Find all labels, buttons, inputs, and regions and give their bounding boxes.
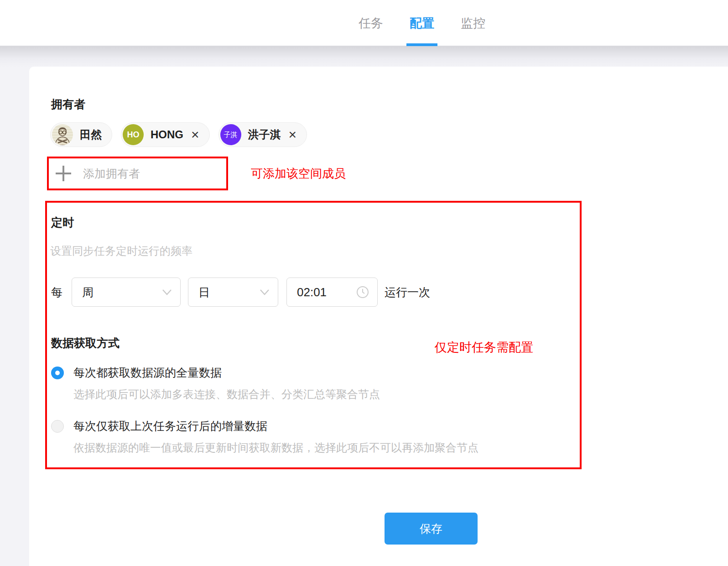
- owner-chips: 田然 HO HONG × 子淇 洪子淇 ×: [50, 122, 307, 147]
- tab-tasks[interactable]: 任务: [359, 0, 383, 46]
- frequency-select-value: 周: [82, 285, 94, 300]
- tab-config-label: 配置: [410, 15, 434, 31]
- owner-chip-hong[interactable]: HO HONG ×: [121, 122, 210, 147]
- tabs: 任务 配置 监控: [359, 0, 485, 46]
- radio-unselected-icon[interactable]: [51, 420, 64, 433]
- data-mode-section-title: 数据获取方式: [51, 335, 120, 351]
- app-window: 任务 配置 监控 拥有者: [0, 0, 728, 566]
- avatar-initials: HO: [123, 124, 144, 145]
- owner-chip-hongziqi[interactable]: 子淇 洪子淇 ×: [218, 122, 307, 147]
- member-name: 田然: [80, 127, 102, 142]
- member-name: 洪子淇: [248, 127, 281, 142]
- data-mode-option-incremental: 每次仅获取上次任务运行后的增量数据 依据数据源的唯一值或最后更新时间获取新数据，…: [51, 419, 478, 455]
- chevron-down-icon: [260, 289, 270, 295]
- member-name: HONG: [151, 128, 183, 141]
- time-picker-value: 02:01: [297, 285, 327, 299]
- close-icon[interactable]: ×: [289, 128, 297, 142]
- radio-option-full[interactable]: 每次都获取数据源的全量数据: [51, 365, 380, 380]
- schedule-section-title: 定时: [51, 215, 74, 230]
- tab-config[interactable]: 配置: [410, 0, 434, 46]
- active-tab-underline: [406, 43, 437, 46]
- add-owner-highlight-box: 添加拥有者: [47, 157, 228, 190]
- annotation-add-member: 可添加该空间成员: [251, 166, 346, 182]
- data-mode-option-full: 每次都获取数据源的全量数据 选择此项后可以添加多表连接、数据合并、分类汇总等聚合…: [51, 365, 380, 402]
- day-select-value: 日: [198, 285, 210, 300]
- schedule-suffix: 运行一次: [385, 285, 430, 300]
- schedule-highlight-box: 定时 设置同步任务定时运行的频率 每 周 日 02:01: [45, 201, 582, 469]
- tab-tasks-label: 任务: [359, 15, 383, 31]
- chevron-down-icon: [162, 289, 172, 295]
- radio-selected-icon[interactable]: [51, 367, 64, 379]
- time-picker[interactable]: 02:01: [286, 278, 378, 307]
- clock-icon: [356, 286, 369, 299]
- owner-chip-tianran[interactable]: 田然: [50, 122, 112, 147]
- avatar-initials: 子淇: [220, 124, 241, 145]
- option-label: 每次都获取数据源的全量数据: [73, 365, 222, 380]
- owner-section-title: 拥有者: [51, 97, 85, 112]
- schedule-prefix: 每: [51, 285, 62, 300]
- add-owner-placeholder: 添加拥有者: [83, 166, 140, 181]
- header-drop-shadow: [0, 46, 728, 67]
- frequency-select[interactable]: 周: [72, 278, 181, 307]
- option-description: 选择此项后可以添加多表连接、数据合并、分类汇总等聚合节点: [73, 387, 380, 402]
- plus-icon: [56, 166, 71, 181]
- radio-option-incremental[interactable]: 每次仅获取上次任务运行后的增量数据: [51, 419, 478, 434]
- schedule-row: 每 周 日 02:01 运行一次: [51, 277, 430, 307]
- cartoon-avatar-image: [52, 124, 73, 145]
- header-tab-bar: 任务 配置 监控: [0, 0, 728, 46]
- day-select[interactable]: 日: [188, 278, 278, 307]
- annotation-scheduled-only: 仅定时任务需配置: [435, 339, 533, 356]
- add-owner-input[interactable]: 添加拥有者: [49, 158, 226, 189]
- option-description: 依据数据源的唯一值或最后更新时间获取新数据，选择此项后不可以再添加聚合节点: [73, 440, 478, 455]
- tab-monitor[interactable]: 监控: [461, 0, 485, 46]
- tab-monitor-label: 监控: [461, 15, 485, 31]
- option-label: 每次仅获取上次任务运行后的增量数据: [73, 419, 267, 434]
- close-icon[interactable]: ×: [191, 128, 199, 142]
- schedule-description: 设置同步任务定时运行的频率: [50, 244, 192, 258]
- save-button[interactable]: 保存: [385, 513, 478, 545]
- avatar: [52, 124, 73, 145]
